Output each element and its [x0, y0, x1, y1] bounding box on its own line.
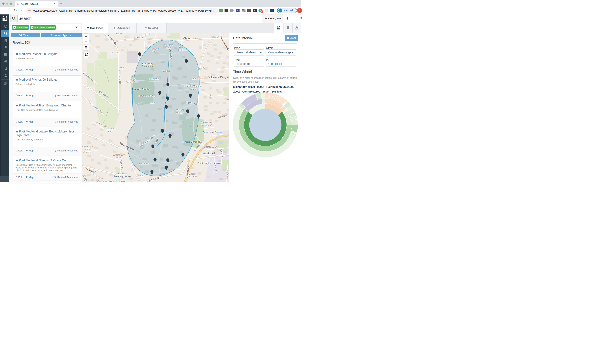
- svg-text:Arch: Arch: [166, 46, 171, 49]
- svg-text:Crown Court: Crown Court: [126, 81, 139, 84]
- svg-text:Ec: Ec: [227, 99, 229, 102]
- svg-text:Spile: Spile: [139, 144, 144, 147]
- svg-text:Lincoln: Lincoln: [189, 172, 196, 175]
- svg-text:mapbox: mapbox: [87, 178, 98, 181]
- svg-text:Lincoln Castle: Lincoln Castle: [132, 88, 149, 91]
- svg-text:Reservoir: Reservoir: [177, 49, 187, 52]
- svg-text:Church Ln: Church Ln: [183, 37, 196, 40]
- svg-text:Union Rd: Union Rd: [118, 74, 121, 84]
- svg-text:Court: Court: [152, 50, 158, 53]
- svg-text:Roman: Roman: [178, 46, 186, 49]
- svg-text:Palace: Palace: [176, 111, 183, 114]
- svg-text:The: The: [119, 66, 123, 69]
- svg-text:Lincolnshire: Lincolnshire: [82, 145, 94, 148]
- svg-text:Cask: Cask: [150, 101, 155, 104]
- svg-text:Lincoln Minster: Lincoln Minster: [184, 85, 201, 87]
- svg-text:Lillicrap: Lillicrap: [151, 47, 159, 50]
- svg-text:Victoria: Victoria: [118, 69, 126, 72]
- svg-text:Cobb Hall: Cobb Hall: [149, 77, 159, 80]
- svg-text:Greggs: Greggs: [162, 69, 170, 72]
- svg-text:Victorian Prison: Victorian Prison: [138, 94, 155, 97]
- svg-text:Arms: Arms: [108, 130, 113, 133]
- svg-text:School: School: [189, 88, 196, 90]
- svg-text:Meeting House: Meeting House: [114, 175, 130, 178]
- svg-text:Lincoln: Lincoln: [197, 67, 205, 69]
- svg-text:Tap &: Tap &: [138, 141, 144, 144]
- svg-text:Council: Council: [83, 151, 91, 153]
- svg-text:County: County: [83, 148, 91, 151]
- svg-text:Greestone Centre: Greestone Centre: [203, 131, 222, 134]
- svg-text:St Peter in Eastgate: St Peter in Eastgate: [208, 76, 229, 79]
- svg-text:Operative: Operative: [97, 180, 108, 182]
- svg-text:Joiners: Joiners: [107, 127, 114, 130]
- svg-text:East Gate: East Gate: [192, 77, 203, 80]
- svg-text:Home: Home: [138, 174, 144, 177]
- svg-text:Lincoln: Lincoln: [128, 78, 136, 81]
- svg-text:Monks Rd: Monks Rd: [203, 152, 215, 155]
- svg-text:Lln: Lln: [227, 172, 229, 175]
- svg-text:Pavillion 2: Pavillion 2: [201, 124, 212, 126]
- svg-text:Lincoln City: Lincoln City: [112, 153, 125, 156]
- svg-text:Temple Gardens: Temple Gardens: [182, 140, 200, 143]
- svg-text:New life centre: New life centre: [109, 180, 125, 182]
- svg-text:supasave: supasave: [139, 162, 149, 165]
- svg-text:Friend's: Friend's: [118, 172, 127, 175]
- svg-text:Saint Mary: Saint Mary: [141, 62, 153, 65]
- svg-text:iday: iday: [82, 175, 86, 177]
- svg-text:The Old: The Old: [175, 108, 184, 111]
- svg-text:Greestone: Greestone: [201, 121, 212, 124]
- svg-text:Cathedral St: Cathedral St: [204, 146, 217, 148]
- svg-text:Newport: Newport: [164, 43, 173, 46]
- svg-text:Saint Hugh of Lincoln: Saint Hugh of Lincoln: [197, 162, 220, 164]
- svg-text:Salon Two: Salon Two: [109, 51, 120, 54]
- svg-text:Cecil St: Cecil St: [135, 36, 143, 39]
- svg-text:Drill Hall: Drill Hall: [188, 175, 197, 178]
- svg-text:Co-: Co-: [100, 177, 105, 180]
- svg-text:Magdalen: Magdalen: [142, 65, 153, 68]
- svg-text:Council: Council: [115, 156, 123, 159]
